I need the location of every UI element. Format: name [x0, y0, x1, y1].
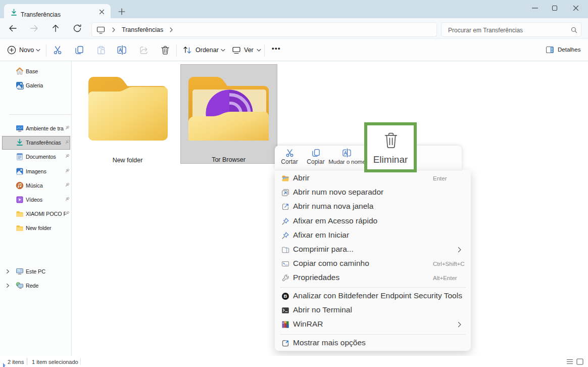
svg-text:B: B	[284, 293, 287, 299]
